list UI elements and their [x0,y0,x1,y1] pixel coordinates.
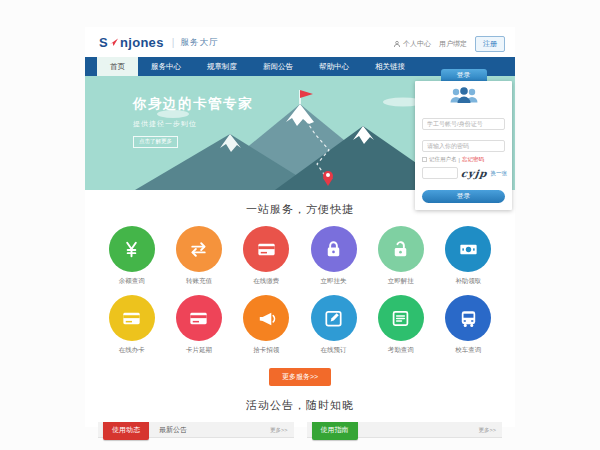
service-item-2[interactable]: 在线缴费 [233,226,300,286]
nav-item-0[interactable]: 首页 [97,57,138,76]
unlock-icon [378,226,424,272]
hero-subtitle: 提供捷径一步到位 [133,119,253,129]
login-panel: 登录 记住用户名 [415,69,512,210]
remember-row: 记住用户名 | 忘记密码 [422,156,505,163]
remember-checkbox[interactable] [422,157,427,162]
panel-ribbon-tab[interactable]: 使用指南 [312,422,358,440]
service-label: 在线缴费 [233,277,300,286]
nav-item-2[interactable]: 规章制度 [194,57,250,76]
captcha-refresh-link[interactable]: 换一张 [491,170,508,177]
lock-icon [311,226,357,272]
more-services-wrap: 更多服务>> [85,365,515,386]
service-label: 校车查询 [434,346,501,355]
panel-ribbon-tab[interactable]: 使用动态 [103,422,149,440]
captcha-input[interactable] [422,167,458,179]
service-item-7[interactable]: 卡片延期 [165,295,232,355]
users-group-icon [422,86,505,108]
bank-card-icon [109,295,155,341]
personal-center-link[interactable]: 个人中心 [393,39,431,49]
service-label: 拾卡招领 [233,346,300,355]
service-item-6[interactable]: 在线办卡 [98,295,165,355]
service-label: 余额查询 [98,277,165,286]
service-item-0[interactable]: 余额查询 [98,226,165,286]
logo-swoosh-icon [109,35,119,50]
separator: | [459,157,460,163]
nav-item-3[interactable]: 新闻公告 [250,57,306,76]
list-icon [378,295,424,341]
services-grid: 余额查询转账充值在线缴费立即挂失立即解挂补助领取在线办卡卡片延期拾卡招领在线预订… [85,226,515,364]
user-binding-link[interactable]: 用户绑定 [439,39,467,49]
edit-pen-icon [311,295,357,341]
nav-item-1[interactable]: 服务中心 [138,57,194,76]
page: S njones | 服务大厅 个人中心 用户绑定 注册 [85,27,515,427]
forgot-password-link[interactable]: 忘记密码 [462,156,484,163]
panel-more-link[interactable]: 更多>> [479,422,496,438]
hero-text: 你身边的卡管专家 提供捷径一步到位 点击了解更多 [133,95,253,148]
service-item-4[interactable]: 立即解挂 [367,226,434,286]
banknote-icon [445,226,491,272]
announcement-panel-0: 使用动态最新公告更多>> [98,422,294,438]
service-label: 转账充值 [165,277,232,286]
bank-card-icon [176,295,222,341]
top-header: S njones | 服务大厅 个人中心 用户绑定 注册 [85,27,515,57]
site-subtitle: 服务大厅 [181,37,219,49]
nav-item-5[interactable]: 相关链接 [362,57,418,76]
user-icon [393,40,401,49]
service-item-10[interactable]: 考勤查询 [367,295,434,355]
personal-center-label: 个人中心 [403,39,431,49]
nav-item-4[interactable]: 帮助中心 [306,57,362,76]
login-tab[interactable]: 登录 [441,69,487,81]
captcha-image[interactable]: cyjp [460,168,488,179]
bus-icon [445,295,491,341]
logo-text-1: S [99,35,108,50]
logo[interactable]: S njones | 服务大厅 [99,35,219,50]
service-label: 在线预订 [300,346,367,355]
service-item-1[interactable]: 转账充值 [165,226,232,286]
panel-header-bar: 使用动态最新公告更多>> [98,422,294,438]
panel-secondary-tab[interactable]: 最新公告 [159,422,187,438]
service-item-11[interactable]: 校车查询 [434,295,501,355]
bank-card-icon [243,226,289,272]
announcement-panel-1: 使用指南更多>> [307,422,503,438]
user-binding-label: 用户绑定 [439,39,467,49]
service-item-8[interactable]: 拾卡招领 [233,295,300,355]
logo-text-2: njones [120,35,164,50]
service-label: 补助领取 [434,277,501,286]
service-label: 考勤查询 [367,346,434,355]
hero-title: 你身边的卡管专家 [133,95,253,113]
panel-more-link[interactable]: 更多>> [270,422,287,438]
service-item-5[interactable]: 补助领取 [434,226,501,286]
password-input[interactable] [422,140,505,152]
service-item-3[interactable]: 立即挂失 [300,226,367,286]
login-card: 记住用户名 | 忘记密码 cyjp 换一张 登录 [415,81,512,210]
panel-header-bar: 使用指南更多>> [307,422,503,438]
header-right: 个人中心 用户绑定 注册 [393,36,505,52]
service-label: 立即挂失 [300,277,367,286]
login-submit-button[interactable]: 登录 [422,190,505,203]
logo-divider: | [172,37,175,48]
service-item-9[interactable]: 在线预订 [300,295,367,355]
remember-label: 记住用户名 [429,156,457,163]
register-button[interactable]: 注册 [475,36,505,52]
hero-cta-button[interactable]: 点击了解更多 [133,136,178,148]
account-input[interactable] [422,118,505,130]
megaphone-icon [243,295,289,341]
captcha-row: cyjp 换一张 [422,167,505,179]
yen-icon [109,226,155,272]
screenshot-canvas: S njones | 服务大厅 个人中心 用户绑定 注册 [0,0,600,450]
announcement-panels: 使用动态最新公告更多>>使用指南更多>> [85,422,515,438]
transfer-arrows-icon [176,226,222,272]
service-label: 在线办卡 [98,346,165,355]
announcements-title: 活动公告，随时知晓 [85,398,515,413]
more-services-button[interactable]: 更多服务>> [269,368,331,386]
service-label: 卡片延期 [165,346,232,355]
service-label: 立即解挂 [367,277,434,286]
